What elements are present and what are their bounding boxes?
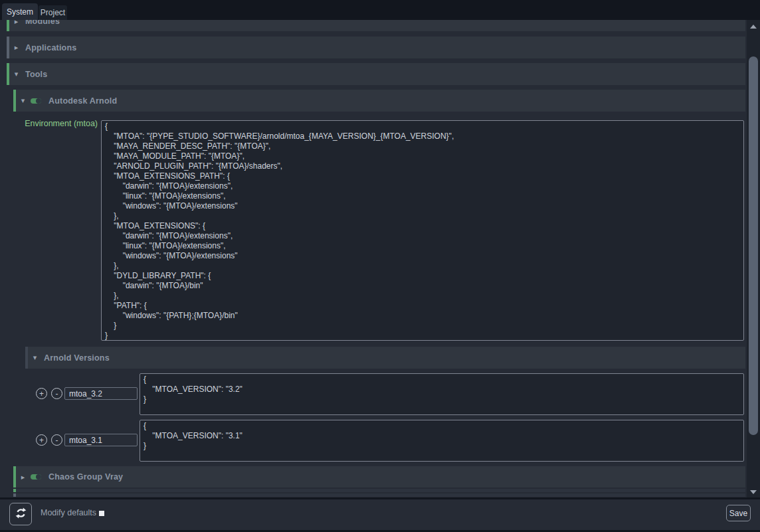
version-name-input[interactable]	[64, 387, 138, 400]
section-title-tools: Tools	[25, 70, 47, 79]
environment-mtoa-label: Environment (mtoa)	[5, 119, 98, 130]
section-title-applications: Applications	[25, 43, 76, 52]
expanded-arrow-icon: ▾	[13, 70, 19, 78]
scroll-down-arrow-icon[interactable]	[750, 490, 757, 494]
tab-project-label: Project	[41, 8, 65, 17]
section-header-modules[interactable]: ▸ Modules	[7, 20, 745, 31]
environment-mtoa-editor[interactable]: { "MTOA": "{PYPE_STUDIO_SOFTWARE}/arnold…	[101, 120, 744, 341]
section-header-arnold-versions[interactable]: ▾ Arnold Versions	[25, 347, 745, 369]
section-header-autodesk-arnold[interactable]: ▾ Autodesk Arnold	[13, 90, 745, 112]
section-header-chaos-group-vray[interactable]: ▸ Chaos Group Vray	[13, 466, 745, 488]
section-title-modules: Modules	[25, 20, 60, 26]
remove-version-button[interactable]: -	[51, 434, 62, 446]
collapsed-arrow-icon: ▸	[20, 473, 26, 482]
version-env-editor[interactable]: { "MTOA_VERSION": "3.2" }	[140, 373, 744, 415]
refresh-button[interactable]	[9, 503, 32, 525]
settings-window: System Project ▸ Modules ▸ Applications …	[0, 0, 760, 532]
footer-bar: Modify defaults Save	[0, 499, 760, 530]
section-title-arnold-versions: Arnold Versions	[44, 353, 110, 363]
section-header-clipped[interactable]	[13, 493, 745, 497]
toggle-knob	[36, 474, 41, 480]
modify-defaults-label: Modify defaults	[41, 508, 96, 517]
add-version-button[interactable]: +	[36, 388, 47, 399]
arnold-enabled-toggle[interactable]	[31, 98, 41, 104]
collapsed-arrow-icon: ▸	[13, 20, 19, 26]
version-env-editor[interactable]: { "MTOA_VERSION": "3.1" }	[140, 420, 744, 462]
section-header-clipped[interactable]	[13, 489, 745, 492]
save-button[interactable]: Save	[726, 505, 751, 521]
tab-system-label: System	[7, 7, 33, 17]
expanded-arrow-icon: ▾	[32, 353, 38, 362]
add-version-button[interactable]: +	[36, 434, 47, 446]
section-header-applications[interactable]: ▸ Applications	[7, 37, 745, 58]
section-header-tools[interactable]: ▾ Tools	[7, 63, 745, 85]
toggle-knob	[36, 98, 41, 104]
scroll-up-arrow-icon[interactable]	[750, 25, 757, 29]
section-title-autodesk-arnold: Autodesk Arnold	[48, 96, 117, 106]
tab-system[interactable]: System	[2, 3, 38, 20]
vray-enabled-toggle[interactable]	[31, 474, 41, 480]
modify-defaults-checkbox[interactable]	[99, 511, 104, 516]
vertical-scrollbar[interactable]	[747, 20, 760, 497]
collapsed-arrow-icon: ▸	[13, 43, 19, 52]
remove-version-button[interactable]: -	[51, 388, 62, 399]
refresh-icon	[15, 507, 27, 521]
scrollbar-thumb[interactable]	[749, 56, 758, 435]
version-name-input[interactable]	[64, 434, 138, 446]
tab-project[interactable]: Project	[39, 5, 67, 20]
expanded-arrow-icon: ▾	[20, 96, 26, 105]
section-title-chaos-group-vray: Chaos Group Vray	[48, 472, 123, 482]
